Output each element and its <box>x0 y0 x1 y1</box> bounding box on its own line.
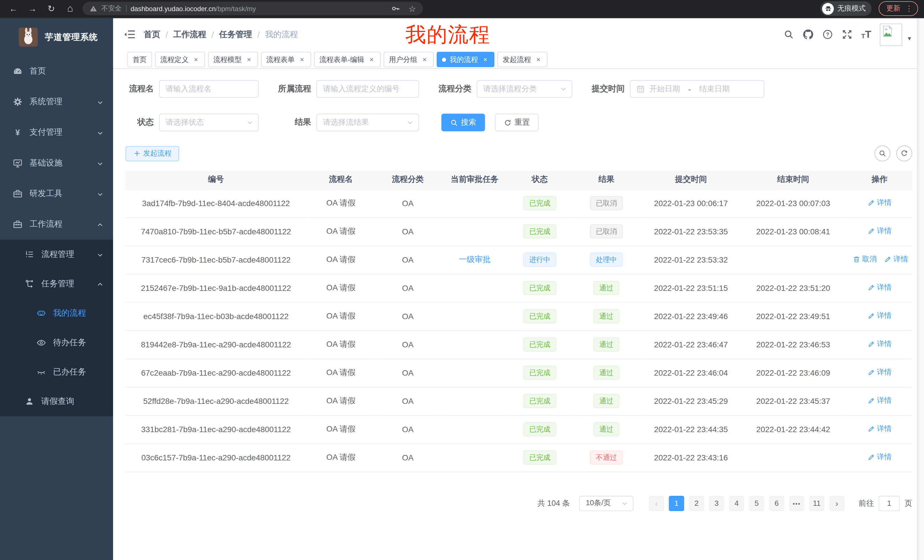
breadcrumb-home[interactable]: 首页 <box>144 29 160 40</box>
cell-status: 已完成 <box>509 274 570 302</box>
cell-status: 已完成 <box>509 443 570 472</box>
detail-link[interactable]: 详情 <box>867 311 892 321</box>
status-select[interactable]: 请选择状态 <box>159 114 259 131</box>
search-icon[interactable] <box>783 29 794 40</box>
sidebar-item-系统管理[interactable]: 系统管理 <box>0 87 113 117</box>
home-icon[interactable]: ⌂ <box>65 3 75 13</box>
cell-submit-time: 2022-01-23 00:06:17 <box>642 189 740 217</box>
sidebar-item-首页[interactable]: 首页 <box>0 56 113 87</box>
back-icon[interactable]: ← <box>8 4 19 13</box>
forward-icon[interactable]: → <box>27 4 38 13</box>
close-icon[interactable]: × <box>534 55 542 63</box>
browser-update-button[interactable]: 更新 ⋮ <box>879 1 918 16</box>
reload-icon[interactable]: ↻ <box>46 4 57 13</box>
page-button-2[interactable]: 2 <box>689 496 704 511</box>
active-tab-dot-icon <box>442 57 446 61</box>
detail-link[interactable]: 详情 <box>867 226 892 236</box>
create-process-button[interactable]: 发起流程 <box>126 146 179 161</box>
tab-发起流程[interactable]: 发起流程× <box>497 52 548 67</box>
cell-end-time: 2022-01-22 23:46:53 <box>740 330 847 358</box>
tab-流程表单[interactable]: 流程表单× <box>261 52 311 67</box>
detail-link[interactable]: 详情 <box>884 254 908 264</box>
sidebar-item-基础设施[interactable]: 基础设施 <box>0 148 113 178</box>
close-icon[interactable]: × <box>482 55 489 63</box>
browser-menu-icon[interactable]: ⋮ <box>905 5 913 13</box>
close-icon[interactable]: × <box>368 55 375 63</box>
sidebar-item-待办任务[interactable]: 待办任务 <box>0 328 113 357</box>
help-icon[interactable]: ? <box>822 29 833 40</box>
current-task-link[interactable]: 一级审批 <box>459 255 490 264</box>
tab-用户分组[interactable]: 用户分组× <box>384 52 434 67</box>
page-button-3[interactable]: 3 <box>709 496 724 511</box>
sidebar-item-支付管理[interactable]: ¥支付管理 <box>0 117 113 148</box>
breadcrumb-workflow[interactable]: 工作流程 <box>173 29 207 40</box>
key-icon[interactable] <box>392 4 400 13</box>
detail-link[interactable]: 详情 <box>867 283 892 293</box>
detail-link[interactable]: 详情 <box>867 339 892 349</box>
sidebar-item-请假查询[interactable]: 请假查询 <box>0 387 113 416</box>
cell-actions: 详情 <box>847 387 912 415</box>
reset-button[interactable]: 重置 <box>495 114 539 131</box>
avatar[interactable] <box>880 23 902 45</box>
sidebar-item-流程管理[interactable]: 流程管理 <box>0 240 113 269</box>
process-definition-input[interactable]: 请输入流程定义的编号 <box>316 80 419 98</box>
search-button[interactable]: 搜索 <box>441 114 485 131</box>
github-icon[interactable] <box>803 29 813 40</box>
breadcrumb-task-mgmt[interactable]: 任务管理 <box>219 29 252 40</box>
not-secure-warning-icon[interactable] <box>90 5 98 13</box>
font-size-icon[interactable]: TT <box>861 29 871 39</box>
sidebar-item-工作流程[interactable]: 工作流程 <box>0 209 113 240</box>
more-pages-button[interactable]: ••• <box>789 496 804 511</box>
fullscreen-icon[interactable] <box>842 29 852 40</box>
detail-link[interactable]: 详情 <box>867 395 892 406</box>
cell-submit-time: 2022-01-22 23:53:35 <box>642 217 740 246</box>
edit-icon <box>867 368 875 376</box>
cancel-link[interactable]: 取消 <box>853 254 877 264</box>
security-label[interactable]: 不安全 <box>101 4 122 13</box>
tab-流程定义[interactable]: 流程定义× <box>155 52 205 67</box>
close-icon[interactable]: × <box>421 55 429 63</box>
chevron-down-icon <box>246 119 254 126</box>
page-button-5[interactable]: 5 <box>749 496 764 511</box>
page-button-1[interactable]: 1 <box>669 496 684 511</box>
page-button-11[interactable]: 11 <box>809 496 825 511</box>
goto-page-input[interactable] <box>879 496 900 511</box>
sidebar-item-已办任务[interactable]: 已办任务 <box>0 357 113 387</box>
category-select[interactable]: 请选择流程分类 <box>477 80 572 98</box>
sidebar-item-任务管理[interactable]: 任务管理 <box>0 269 113 298</box>
address-bar[interactable]: 不安全 dashboard.yudao.iocoder.cn/bpm/task/… <box>82 2 423 15</box>
cell-end-time: 2022-01-23 00:08:41 <box>740 217 847 246</box>
tab-流程表单-编辑[interactable]: 流程表单-编辑× <box>314 52 381 67</box>
page-button-6[interactable]: 6 <box>769 496 784 511</box>
toggle-search-button[interactable] <box>874 145 891 162</box>
logo[interactable]: 芋道管理系统 <box>0 18 113 56</box>
close-icon[interactable]: × <box>298 55 306 63</box>
sidebar-item-我的流程[interactable]: 我的流程 <box>0 298 113 328</box>
avatar-caret-icon[interactable]: ▾ <box>908 35 911 42</box>
detail-link[interactable]: 详情 <box>867 367 892 377</box>
detail-link[interactable]: 详情 <box>867 424 892 434</box>
sidebar-item-研发工具[interactable]: 研发工具 <box>0 178 113 209</box>
result-select[interactable]: 请选择流结果 <box>316 114 419 131</box>
process-name-input[interactable]: 请输入流程名 <box>159 80 259 98</box>
sidebar-collapse-icon[interactable] <box>124 29 135 40</box>
detail-link[interactable]: 详情 <box>867 452 892 462</box>
close-icon[interactable]: × <box>192 55 200 63</box>
page-size-select[interactable]: 10条/页 <box>579 496 634 511</box>
page-button-4[interactable]: 4 <box>729 496 744 511</box>
tab-首页[interactable]: 首页 <box>128 52 152 67</box>
close-icon[interactable]: × <box>245 55 253 63</box>
cell-actions: 取消详情 <box>847 246 912 274</box>
scrollbar[interactable] <box>917 18 924 560</box>
tab-流程模型[interactable]: 流程模型× <box>208 52 258 67</box>
cell-process-id: 7470a810-7b9b-11ec-b5b7-acde48001122 <box>126 217 307 246</box>
tab-我的流程[interactable]: 我的流程× <box>436 52 494 67</box>
prev-page-button[interactable]: ‹ <box>649 496 664 511</box>
detail-link[interactable]: 详情 <box>867 198 892 208</box>
next-page-button[interactable]: › <box>829 496 844 511</box>
date-range-picker[interactable]: 开始日期 - 结束日期 <box>630 80 764 98</box>
cell-result: 不通过 <box>570 443 642 472</box>
refresh-table-button[interactable] <box>896 145 912 162</box>
bookmark-star-icon[interactable]: ☆ <box>409 4 416 13</box>
chevron-down-icon <box>96 190 104 197</box>
